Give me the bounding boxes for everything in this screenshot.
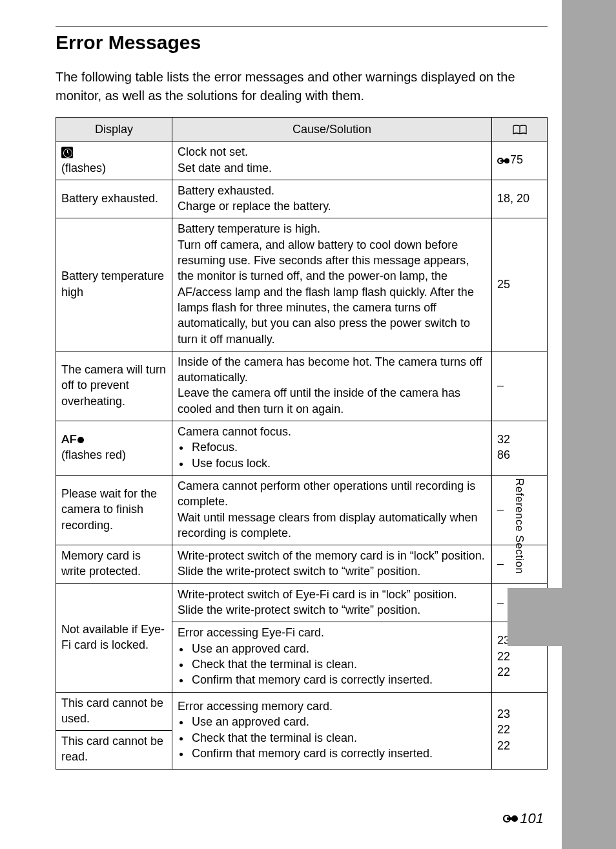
table-row: The camera will turn off to prevent over…: [56, 351, 548, 421]
page-number-text: 101: [520, 810, 544, 827]
top-rule: [56, 26, 548, 26]
display-text: Not available if Eye-Fi card is locked.: [56, 583, 172, 692]
dot-icon: [77, 437, 84, 443]
svg-rect-2: [500, 160, 507, 162]
table-row: AF (flashes red) Camera cannot focus. Re…: [56, 421, 548, 476]
cause-text: Write-protect switch of the memory card …: [178, 549, 485, 562]
table-row: Please wait for the camera to finish rec…: [56, 475, 548, 545]
ref-text: 22: [497, 650, 510, 663]
col-ref: [492, 118, 548, 142]
clock-icon: [61, 147, 73, 158]
cause-text: Slide the write-protect switch to “write…: [178, 565, 420, 578]
list-item: Use an approved card.: [190, 714, 486, 729]
list-item: Check that the terminal is clean.: [190, 656, 486, 672]
table-row: This card cannot be used. Error accessin…: [56, 692, 548, 731]
table-row: Battery temperature high Battery tempera…: [56, 218, 548, 351]
ref-text: 18, 20: [492, 180, 548, 218]
ref-text: 25: [492, 218, 548, 351]
link-icon: [503, 814, 518, 823]
cause-text: Battery temperature is high.: [178, 222, 320, 235]
af-icon: AF: [61, 433, 77, 446]
list-item: Use focus lock.: [190, 456, 486, 471]
cause-text: Camera cannot perform other operations u…: [178, 479, 475, 508]
cause-text: Error accessing Eye-Fi card.: [178, 626, 324, 639]
page-title: Error Messages: [56, 32, 548, 54]
table-row: (flashes) Clock not set. Set date and ti…: [56, 142, 548, 180]
display-text: (flashes red): [61, 448, 126, 461]
cause-text: Inside of the camera has become hot. The…: [178, 355, 482, 384]
ref-text: –: [492, 351, 548, 421]
cause-text: Leave the camera off until the inside of…: [178, 386, 460, 415]
list-item: Use an approved card.: [190, 641, 486, 656]
list-item: Refocus.: [190, 439, 486, 455]
display-text: Battery temperature high: [56, 218, 172, 351]
display-text: The camera will turn off to prevent over…: [56, 351, 172, 421]
table-row: Memory card is write protected. Write-pr…: [56, 545, 548, 584]
display-text: Battery exhausted.: [56, 180, 172, 218]
thumb-tab: [508, 588, 562, 646]
table-header-row: Display Cause/Solution: [56, 118, 548, 142]
ref-text: 75: [510, 153, 523, 166]
page-content: Error Messages The following table lists…: [0, 0, 562, 849]
col-cause: Cause/Solution: [172, 118, 492, 142]
ref-text: 32: [497, 433, 510, 446]
cause-text: Slide the write-protect switch to “write…: [178, 603, 420, 616]
link-icon: [497, 157, 510, 165]
display-text: Please wait for the camera to finish rec…: [56, 475, 172, 545]
intro-text: The following table lists the error mess…: [56, 68, 548, 105]
page-number: 101: [503, 810, 544, 827]
cause-text: Turn off camera, and allow battery to co…: [178, 238, 474, 346]
cause-text: Clock not set.: [178, 145, 248, 158]
ref-text: 22: [497, 723, 510, 736]
book-icon: [513, 123, 527, 136]
display-text: Memory card is write protected.: [56, 545, 172, 584]
display-text: (flashes): [61, 162, 106, 174]
ref-text: 86: [497, 448, 510, 461]
list-item: Confirm that memory card is correctly in…: [190, 746, 486, 761]
table-row: Battery exhausted. Battery exhausted. Ch…: [56, 180, 548, 218]
list-item: Check that the terminal is clean.: [190, 730, 486, 746]
cause-text: Charge or replace the battery.: [178, 200, 331, 213]
ref-text: 22: [497, 666, 510, 678]
cause-text: Battery exhausted.: [178, 184, 274, 197]
cause-text: Set date and time.: [178, 162, 272, 174]
table-row: Not available if Eye-Fi card is locked. …: [56, 583, 548, 622]
cause-text: Write-protect switch of Eye-Fi card is i…: [178, 588, 457, 601]
ref-text: 22: [497, 739, 510, 752]
cause-text: Error accessing memory card.: [178, 700, 333, 713]
col-display: Display: [56, 118, 172, 142]
cause-text: Camera cannot focus.: [178, 425, 291, 438]
ref-text: 23: [497, 708, 510, 720]
error-table: Display Cause/Solution (flashes) Clock n…: [56, 117, 548, 770]
list-item: Confirm that memory card is correctly in…: [190, 672, 486, 687]
section-label: Reference Section: [513, 478, 526, 574]
display-text: This card cannot be read.: [56, 731, 172, 770]
display-text: This card cannot be used.: [56, 692, 172, 731]
cause-text: Wait until message clears from display a…: [178, 511, 478, 540]
svg-rect-5: [507, 817, 515, 820]
